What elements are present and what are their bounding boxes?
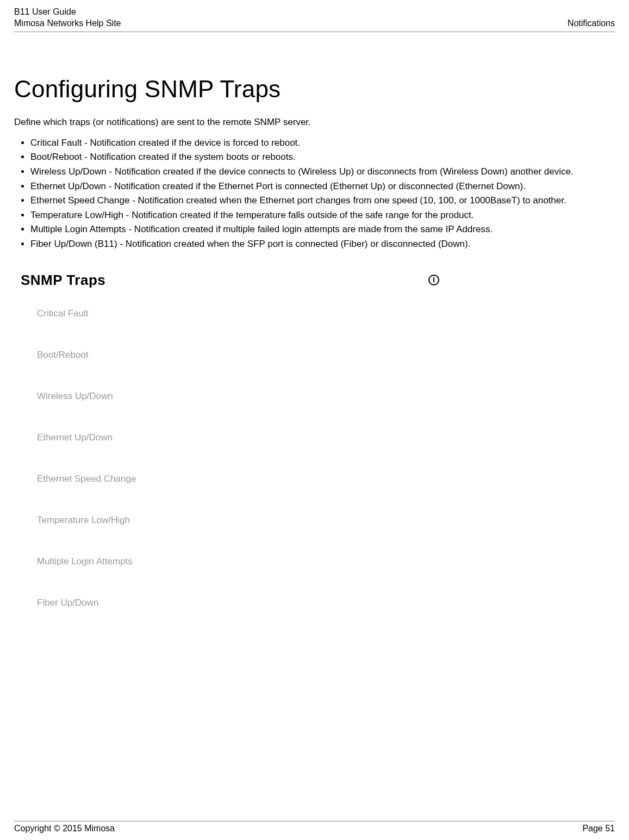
list-item: Multiple Login Attempts - Notification c… (30, 223, 615, 237)
trap-option-boot-reboot[interactable]: Boot/Reboot (37, 350, 439, 360)
page-header: B11 User Guide Mimosa Networks Help Site… (14, 7, 615, 29)
page-footer: Copyright © 2015 Mimosa Page 51 (14, 821, 615, 833)
copyright-text: Copyright © 2015 Mimosa (14, 824, 115, 833)
trap-option-critical-fault[interactable]: Critical Fault (37, 308, 439, 319)
header-title-line1: B11 User Guide (14, 7, 121, 18)
trap-option-temperature[interactable]: Temperature Low/High (37, 515, 439, 526)
list-item: Ethernet Speed Change - Notification cre… (30, 194, 615, 208)
footer-divider (14, 821, 615, 822)
list-item: Wireless Up/Down - Notification created … (30, 165, 615, 179)
trap-option-wireless-updown[interactable]: Wireless Up/Down (37, 391, 439, 402)
header-title-line2: Mimosa Networks Help Site (14, 18, 121, 29)
list-item: Temperature Low/High - Notification crea… (30, 209, 615, 222)
trap-option-fiber-updown[interactable]: Fiber Up/Down (37, 598, 439, 608)
trap-option-multiple-login[interactable]: Multiple Login Attempts (37, 556, 439, 567)
header-section-name: Notifications (568, 18, 615, 29)
list-item: Boot/Reboot - Notification created if th… (30, 151, 615, 164)
intro-paragraph: Define which traps (or notifications) ar… (14, 117, 615, 128)
trap-option-ethernet-updown[interactable]: Ethernet Up/Down (37, 432, 439, 443)
header-divider (14, 32, 615, 32)
trap-options-list: Critical Fault Boot/Reboot Wireless Up/D… (21, 308, 439, 608)
list-item: Fiber Up/Down (B11) - Notification creat… (30, 238, 615, 251)
page-number: Page 51 (582, 824, 615, 833)
list-item: Ethernet Up/Down - Notification created … (30, 180, 615, 194)
trap-description-list: Critical Fault - Notification created if… (14, 136, 615, 251)
list-item: Critical Fault - Notification created if… (30, 136, 615, 150)
page-title: Configuring SNMP Traps (14, 76, 615, 103)
panel-title: SNMP Traps (21, 272, 105, 289)
trap-option-ethernet-speed[interactable]: Ethernet Speed Change (37, 474, 439, 484)
snmp-traps-panel: SNMP Traps i Critical Fault Boot/Reboot … (21, 272, 439, 608)
info-icon[interactable]: i (428, 275, 439, 285)
